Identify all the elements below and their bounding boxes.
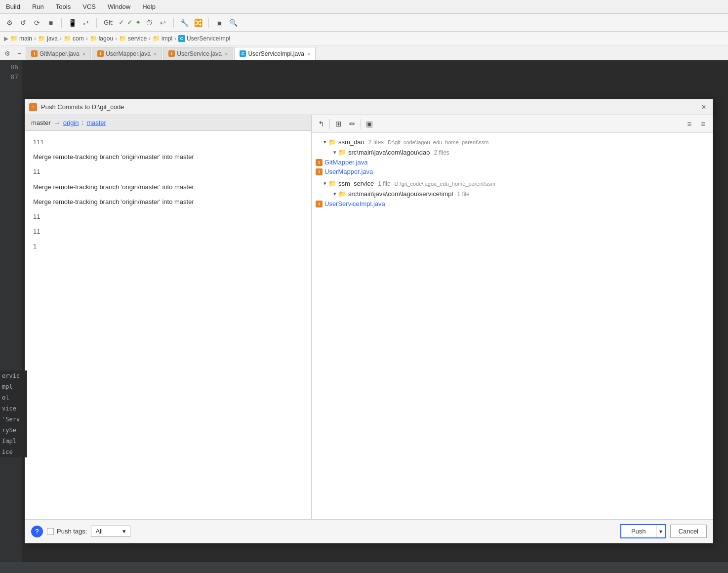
tab-close-user-service-impl[interactable]: × [307, 51, 310, 57]
module-service-src-name: src\main\java\com\lagou\service\impl [348, 190, 453, 198]
breadcrumb-class[interactable]: C UserServiceImpl [178, 35, 230, 42]
commit-item[interactable]: 11 [25, 209, 311, 224]
module-service-info: 1 file [378, 180, 390, 187]
files-toolbar-right: ≡ ≡ [684, 119, 709, 129]
files-save-icon[interactable]: ▣ [364, 119, 375, 129]
git-settings-icon[interactable]: 🔧 [179, 17, 190, 28]
git-update-icon[interactable]: ✦ [135, 19, 141, 26]
branch-local: master [31, 119, 51, 126]
tab-minus-icon[interactable]: − [14, 47, 25, 60]
git-commit-icon[interactable]: ✓ [119, 19, 124, 26]
files-toolbar: ↰ ⊞ ✏ ▣ ≡ ≡ [312, 115, 713, 133]
help-button[interactable]: ? [31, 526, 43, 537]
chevron-dao-src: ▾ [333, 149, 336, 156]
breadcrumb-java[interactable]: 📁 java [38, 35, 58, 42]
folder-dao-src-icon: 📁 [338, 149, 346, 156]
tree-module-ssm-service: ▾ 📁 ssm_service 1 file D:\git_code\lagou… [312, 178, 713, 208]
git-history-icon[interactable]: ⏱ [144, 17, 155, 28]
tab-user-service-impl[interactable]: C UserServiceImpl.java × [234, 47, 316, 60]
commit-item[interactable]: Merge remote-tracking branch 'origin/mas… [25, 180, 311, 195]
files-grid-icon[interactable]: ⊞ [333, 119, 344, 129]
commit-item[interactable]: 11 [25, 164, 311, 179]
tree-file-user-mapper[interactable]: I UserMapper.java [312, 167, 713, 176]
cancel-button[interactable]: Cancel [670, 525, 707, 538]
module-dao-path: D:\git_code\lagou_edu_home_parent\ssm [388, 139, 488, 145]
tab-icon-user-mapper: I [97, 50, 104, 57]
sync-icon[interactable]: ⇄ [81, 17, 91, 28]
commit-message: Merge remote-tracking branch 'origin/mas… [33, 183, 194, 191]
tab-user-service[interactable]: I UserService.java × [163, 47, 233, 60]
breadcrumb-com[interactable]: 📁 com [64, 35, 84, 42]
menu-tools[interactable]: Tools [54, 2, 73, 11]
window-icon[interactable]: ▣ [214, 17, 225, 28]
commits-panel: master → origin : master 111 Merge remot… [25, 115, 312, 519]
git-push-icon[interactable]: ✓ [127, 19, 132, 26]
commit-item[interactable]: 1 [25, 239, 311, 254]
folder-service-src-icon: 📁 [338, 190, 346, 198]
menu-run[interactable]: Run [30, 2, 46, 11]
files-toolbar-sep2 [361, 119, 361, 129]
breadcrumb-service[interactable]: 📁 service [119, 35, 147, 42]
commit-item[interactable]: 111 [25, 135, 311, 150]
folder-dao-icon: 📁 [328, 138, 336, 146]
tab-git-mapper[interactable]: I GitMapper.java × [26, 47, 91, 60]
commit-hash: 1 [33, 243, 37, 250]
menu-window[interactable]: Window [106, 2, 132, 11]
build-icon[interactable]: ⚙ [4, 17, 15, 28]
tree-service-src-header[interactable]: ▾ 📁 src\main\java\com\lagou\service\impl… [312, 189, 713, 199]
stop-icon[interactable]: ■ [45, 17, 56, 28]
branch-master-link[interactable]: master [86, 119, 106, 126]
files-edit-icon[interactable]: ✏ [347, 119, 358, 129]
chevron-service-src: ▾ [333, 191, 336, 197]
editor-tabs: ⚙ − I GitMapper.java × I UserMapper.java… [0, 45, 728, 60]
dialog-title-text: Push Commits to D:\git_code [41, 103, 695, 111]
menu-vcs[interactable]: VCS [81, 2, 98, 11]
commit-item[interactable]: 11 [25, 224, 311, 239]
push-tags-label: Push tags: [47, 528, 87, 535]
git-branch-icon[interactable]: 🔀 [193, 17, 203, 28]
tree-dao-src-header[interactable]: ▾ 📁 src\main\java\com\lagou\dao 2 files [312, 147, 713, 158]
push-tags-dropdown[interactable]: All ▾ [91, 526, 130, 537]
tab-settings-icon[interactable]: ⚙ [2, 47, 13, 60]
files-back-icon[interactable]: ↰ [316, 119, 326, 129]
menu-help[interactable]: Help [140, 2, 158, 11]
git-revert-icon[interactable]: ↩ [158, 17, 168, 28]
tree-module-dao-header[interactable]: ▾ 📁 ssm_dao 2 files D:\git_code\lagou_ed… [312, 137, 713, 147]
commit-hash: 11 [33, 213, 40, 220]
dialog-title-icon: ↑ [29, 103, 37, 111]
dialog-close-button[interactable]: × [699, 102, 709, 112]
branch-sep: : [82, 119, 84, 126]
device-icon[interactable]: 📱 [67, 17, 78, 28]
refresh-icon[interactable]: ↺ [18, 17, 29, 28]
module-dao-src-name: src\main\java\com\lagou\dao [348, 149, 430, 156]
commit-item[interactable]: Merge remote-tracking branch 'origin/mas… [25, 150, 311, 164]
rerun-icon[interactable]: ⟳ [32, 17, 42, 28]
tab-close-user-service[interactable]: × [225, 51, 228, 57]
tree-file-git-mapper[interactable]: I GitMapper.java [312, 158, 713, 167]
breadcrumb-lagou[interactable]: 📁 lagou [90, 35, 113, 42]
breadcrumb-impl[interactable]: 📁 impl [153, 35, 172, 42]
commit-item[interactable]: Merge remote-tracking branch 'origin/mas… [25, 195, 311, 209]
tab-close-git-mapper[interactable]: × [82, 51, 85, 57]
breadcrumb: ▶ 📁 main › 📁 java › 📁 com › 📁 lagou › 📁 … [0, 32, 728, 45]
search-icon[interactable]: 🔍 [228, 17, 239, 28]
tab-close-user-mapper[interactable]: × [154, 51, 157, 57]
files-sort-asc-icon[interactable]: ≡ [684, 119, 695, 129]
files-sort-desc-icon[interactable]: ≡ [698, 119, 709, 129]
tree-module-service-header[interactable]: ▾ 📁 ssm_service 1 file D:\git_code\lagou… [312, 178, 713, 189]
tree-file-user-service-impl[interactable]: I UserServiceImpl.java [312, 199, 713, 208]
module-dao-info: 2 files [368, 139, 384, 146]
push-tags-checkbox[interactable] [47, 528, 54, 535]
menu-build[interactable]: Build [4, 2, 22, 11]
breadcrumb-main[interactable]: 📁 main [10, 35, 32, 42]
file-name-user-service-impl: UserServiceImpl.java [324, 200, 385, 207]
module-service-src-info: 1 file [457, 191, 469, 198]
files-tree: ▾ 📁 ssm_dao 2 files D:\git_code\lagou_ed… [312, 133, 713, 519]
dropdown-arrow-icon: ▾ [122, 528, 126, 535]
push-dropdown-arrow[interactable]: ▾ [656, 526, 665, 537]
tab-user-mapper[interactable]: I UserMapper.java × [92, 47, 162, 60]
editor-left-partial: ervic mpl ol vice 'Serv rySe Impl ice [0, 370, 27, 457]
push-main-button[interactable]: Push [621, 525, 656, 537]
branch-origin-link[interactable]: origin [63, 119, 79, 126]
push-commits-dialog: ↑ Push Commits to D:\git_code × master →… [25, 99, 713, 543]
